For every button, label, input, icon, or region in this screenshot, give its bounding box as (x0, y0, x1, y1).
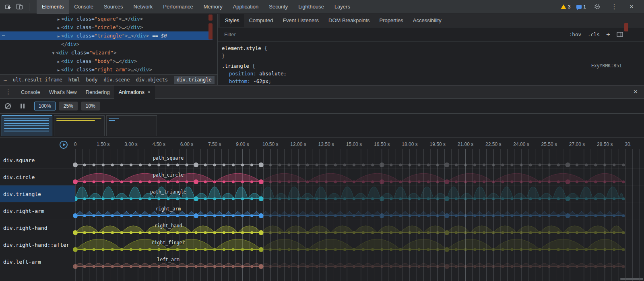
keyframe-dot[interactable] (325, 231, 328, 234)
keyframe-dot[interactable] (603, 180, 606, 183)
keyframe-dot[interactable] (455, 248, 458, 251)
keyframe-dot[interactable] (232, 231, 235, 234)
keyframe-dot[interactable] (576, 197, 578, 200)
keyframe-dot[interactable] (157, 180, 160, 183)
keyframe-dot[interactable] (316, 197, 318, 200)
keyframe-dot[interactable] (622, 248, 625, 251)
keyframe-dot[interactable] (557, 197, 560, 200)
keyframe-dot[interactable] (501, 248, 504, 251)
node-more-icon[interactable]: ⋯ (2, 31, 5, 40)
keyframe-dot[interactable] (297, 180, 299, 183)
keyframe-dot[interactable] (427, 214, 430, 217)
keyframe-dot[interactable] (520, 231, 522, 234)
keyframe-dot[interactable] (102, 214, 105, 217)
warnings-indicator[interactable]: 3 (561, 4, 571, 10)
keyframe-dot[interactable] (334, 180, 337, 183)
keyframe-dot[interactable] (622, 214, 625, 217)
keyframe-dot[interactable] (204, 265, 207, 268)
keyframe-dot[interactable] (566, 265, 569, 268)
keyframe-dot[interactable] (167, 248, 169, 251)
issues-indicator[interactable]: 1 (576, 4, 586, 10)
keyframe-dot[interactable] (408, 231, 411, 234)
keyframe-dot[interactable] (287, 214, 290, 217)
keyframe-dot[interactable] (213, 265, 216, 268)
dom-tree-node[interactable]: ▼<div class="wizard"> (0, 48, 213, 57)
keyframe-dot[interactable] (130, 180, 132, 183)
keyframe-dot[interactable] (427, 163, 430, 166)
keyframe-dot[interactable] (557, 180, 560, 183)
keyframe-dot[interactable] (185, 248, 188, 251)
draw-tab-what-s-new[interactable]: What's New (45, 85, 81, 99)
dom-tree-node[interactable]: ⋯▶<div class="triangle">…</div>== $0 (0, 31, 213, 40)
keyframe-dot[interactable] (557, 214, 560, 217)
keyframe-dot[interactable] (455, 265, 458, 268)
keyframe-dot[interactable] (157, 214, 160, 217)
keyframe-dot[interactable] (417, 231, 420, 234)
keyframe-dot[interactable] (585, 214, 588, 217)
tab-application[interactable]: Application (228, 0, 264, 14)
keyframe-dot[interactable] (306, 265, 309, 268)
keyframe-dot[interactable] (148, 265, 151, 268)
keyframe-dot[interactable] (603, 163, 606, 166)
keyframe-dot[interactable] (501, 231, 504, 234)
keyframe-dot[interactable] (371, 231, 374, 234)
keyframe-dot[interactable] (594, 197, 597, 200)
keyframe-dot[interactable] (464, 163, 467, 166)
keyframe-dot[interactable] (594, 265, 597, 268)
styles-filter-input[interactable] (224, 31, 353, 37)
tab-memory[interactable]: Memory (198, 0, 228, 14)
keyframe-dot[interactable] (306, 231, 309, 234)
keyframe-dot[interactable] (520, 163, 522, 166)
draw-tab-animations[interactable]: Animations× (114, 85, 155, 99)
keyframe-dot[interactable] (613, 180, 615, 183)
keyframe-dot[interactable] (223, 248, 225, 251)
keyframe-dot[interactable] (613, 265, 615, 268)
keyframe-dot[interactable] (316, 231, 318, 234)
toggle-class[interactable]: .cls (588, 31, 600, 37)
dom-tree-node[interactable]: </div> (0, 40, 213, 48)
keyframe-dot[interactable] (380, 231, 383, 234)
keyframe-dot[interactable] (380, 162, 384, 167)
keyframe-dot[interactable] (399, 180, 402, 183)
keyframe-dot[interactable] (297, 214, 299, 217)
keyframe-dot[interactable] (93, 197, 95, 200)
keyframe-dot[interactable] (417, 197, 420, 200)
keyframe-dot[interactable] (102, 231, 105, 234)
track-selector[interactable]: div.right-hand::after (0, 236, 75, 253)
keyframe-dot[interactable] (408, 197, 411, 200)
keyframe-dot[interactable] (529, 265, 532, 268)
keyframe-dot[interactable] (139, 180, 142, 183)
keyframe-dot[interactable] (399, 197, 402, 200)
keyframe-dot[interactable] (241, 163, 244, 166)
keyframe-dot[interactable] (325, 197, 328, 200)
clear-all-icon[interactable] (5, 103, 11, 109)
keyframe-dot[interactable] (510, 265, 513, 268)
tab-security[interactable]: Security (264, 0, 293, 14)
keyframe-dot[interactable] (139, 248, 142, 251)
track-selector[interactable]: div.circle (0, 169, 75, 185)
drawer-menu-icon[interactable]: ⋮ (0, 88, 17, 96)
keyframe-dot[interactable] (548, 214, 551, 217)
keyframe-dot[interactable] (565, 213, 570, 218)
tab-sources[interactable]: Sources (99, 0, 128, 14)
keyframe-dot[interactable] (603, 231, 606, 234)
keyframe-dot[interactable] (539, 231, 541, 234)
keyframe-dot[interactable] (603, 248, 606, 251)
keyframe-dot[interactable] (287, 197, 290, 200)
keyframe-dot[interactable] (120, 265, 123, 268)
keyframe-dot[interactable] (539, 197, 541, 200)
close-devtools-icon[interactable]: × (627, 2, 636, 12)
tab-elements[interactable]: Elements (37, 0, 69, 14)
keyframe-dot[interactable] (455, 163, 458, 166)
keyframe-dot[interactable] (278, 231, 281, 234)
sidebar-dock-icon[interactable] (617, 32, 623, 37)
keyframe-dot[interactable] (278, 163, 281, 166)
keyframe-dot[interactable] (93, 231, 95, 234)
keyframe-dot[interactable] (529, 231, 532, 234)
keyframe-dot[interactable] (548, 265, 551, 268)
keyframe-dot[interactable] (157, 163, 160, 166)
keyframe-dot[interactable] (548, 248, 551, 251)
keyframe-dot[interactable] (362, 214, 365, 217)
keyframe-dot[interactable] (120, 214, 123, 217)
keyframe-dot[interactable] (436, 248, 439, 251)
